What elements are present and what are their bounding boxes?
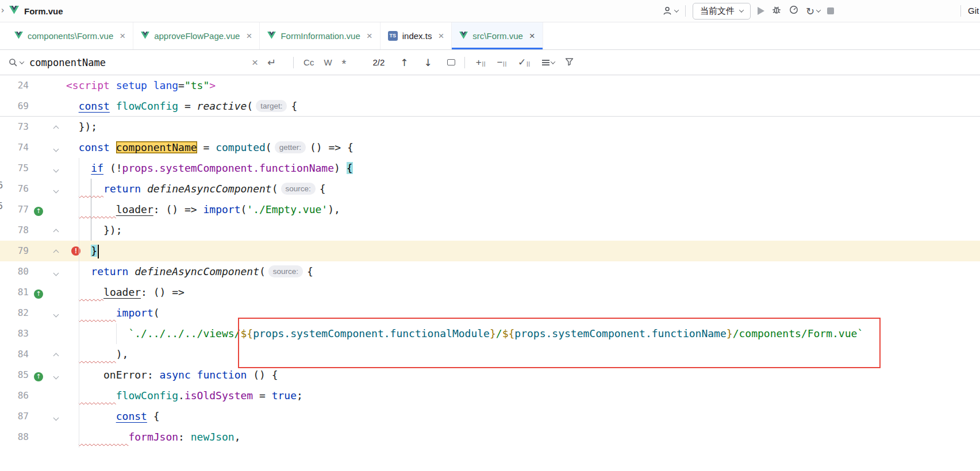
code-line-81[interactable]: 81↑ loader: () =>	[0, 282, 980, 303]
code-editor[interactable]: 24<script setup lang="ts">69 const flowC…	[0, 75, 980, 447]
code-token	[66, 410, 116, 422]
fold-marker[interactable]	[48, 158, 63, 179]
git-menu[interactable]: Git	[968, 6, 979, 16]
gutter-icon-slot	[29, 158, 48, 179]
gutter: 69	[0, 96, 66, 116]
tab-index-ts[interactable]: TS index.ts ×	[381, 22, 452, 49]
line-number[interactable]: 76	[0, 179, 29, 199]
fold-marker[interactable]	[48, 179, 63, 199]
add-occurrence-button[interactable]: +||	[476, 58, 486, 67]
run-config-selector[interactable]: 当前文件	[693, 3, 751, 20]
line-number[interactable]: 85	[0, 365, 29, 385]
fold-marker[interactable]	[48, 303, 63, 323]
fold-marker[interactable]	[48, 261, 63, 282]
code-line-74[interactable]: 74 const componentName = computed(getter…	[0, 137, 980, 158]
line-number[interactable]: 81	[0, 282, 29, 303]
inlay-hint: getter:	[275, 141, 306, 153]
track-occurrences-button[interactable]	[542, 61, 555, 64]
debug-button[interactable]	[771, 5, 782, 17]
implemented-arrow-icon[interactable]: ↑	[34, 289, 43, 299]
search-match[interactable]: componentName	[116, 141, 197, 153]
code-text: const flowConfig = reactive(target:{	[66, 96, 297, 116]
code-line-79[interactable]: 79 }!	[0, 241, 980, 261]
tab-src-form-vue-active[interactable]: src\Form.vue ×	[452, 22, 543, 49]
fold-slot	[48, 75, 63, 96]
close-tab-icon[interactable]: ×	[529, 30, 535, 42]
code-line-24[interactable]: 24<script setup lang="ts">	[0, 75, 980, 96]
minus-icon: −	[497, 58, 502, 67]
profiler-button[interactable]	[789, 5, 799, 17]
close-tab-icon[interactable]: ×	[120, 30, 125, 42]
fold-marker[interactable]	[48, 137, 63, 158]
line-number[interactable]: 83	[0, 323, 29, 344]
remove-occurrence-button[interactable]: −||	[497, 58, 507, 67]
fold-marker[interactable]	[48, 406, 63, 427]
search-input[interactable]: componentName ×	[29, 56, 258, 69]
fold-marker[interactable]	[48, 241, 63, 261]
fold-marker[interactable]	[48, 117, 63, 137]
clear-search-icon[interactable]: ×	[252, 56, 258, 69]
next-match-button[interactable]: ↓	[424, 57, 432, 68]
line-number[interactable]: 75	[0, 158, 29, 179]
warning-squiggle	[79, 348, 116, 360]
code-token: =	[197, 141, 216, 153]
line-number[interactable]: 24	[0, 75, 29, 96]
line-number[interactable]: 73	[0, 117, 29, 137]
fold-marker[interactable]	[48, 220, 63, 241]
line-number[interactable]: 88	[0, 427, 29, 447]
close-tab-icon[interactable]: ×	[246, 30, 252, 42]
rerun-button[interactable]: ↻	[806, 5, 820, 17]
code-line-73[interactable]: 73 });	[0, 117, 980, 137]
run-button[interactable]	[758, 7, 764, 15]
code-line-76[interactable]: 76 return defineAsyncComponent(source:{	[0, 179, 980, 199]
code-token: .	[178, 389, 185, 401]
line-number[interactable]: 79	[0, 241, 29, 261]
line-number[interactable]: 87	[0, 406, 29, 427]
code-token: return	[91, 265, 128, 277]
line-number[interactable]: 86	[0, 385, 29, 406]
code-line-80[interactable]: 80 return defineAsyncComponent(source:{	[0, 261, 980, 282]
fold-marker[interactable]	[48, 365, 63, 385]
line-number[interactable]: 77	[0, 199, 29, 220]
code-token: {	[147, 410, 160, 422]
tab-forminformation-vue[interactable]: FormInformation.vue ×	[260, 22, 380, 49]
newline-button[interactable]: ↵	[267, 56, 276, 68]
code-token: defineAsyncComponent	[147, 183, 272, 195]
fold-slot	[48, 199, 63, 220]
line-number[interactable]: 80	[0, 261, 29, 282]
code-line-77[interactable]: 77↑ loader: () => import('./Empty.vue'),	[0, 199, 980, 220]
implemented-arrow-icon[interactable]: ↑	[34, 207, 43, 216]
code-line-87[interactable]: 87 const {	[0, 406, 980, 427]
whole-words-toggle[interactable]: W	[324, 57, 332, 67]
line-number[interactable]: 74	[0, 137, 29, 158]
code-line-69[interactable]: 69 const flowConfig = reactive(target:{	[0, 96, 980, 117]
line-number[interactable]: 84	[0, 344, 29, 365]
implemented-arrow-icon[interactable]: ↑	[34, 372, 43, 381]
selection-marks-icon: ||	[526, 61, 531, 67]
code-line-78[interactable]: 78 });	[0, 220, 980, 241]
filter-results-button[interactable]	[564, 57, 574, 68]
tab-approveflowpage-vue[interactable]: approveFlowPage.vue ×	[133, 22, 260, 49]
close-tab-icon[interactable]: ×	[438, 30, 444, 42]
regex-toggle[interactable]: *	[342, 57, 347, 71]
fold-marker[interactable]	[48, 344, 63, 365]
code-line-75[interactable]: 75 if (!props.systemComponent.functionNa…	[0, 158, 980, 179]
annotation-red-box	[238, 318, 881, 368]
search-options-button[interactable]	[8, 57, 24, 67]
code-line-88[interactable]: 88 formJson: newJson,	[0, 427, 980, 447]
select-all-occurrences-button[interactable]: ✓||	[518, 58, 531, 67]
line-number[interactable]: 82	[0, 303, 29, 323]
code-token: './Empty.vue'	[247, 203, 328, 215]
line-number[interactable]: 69	[0, 96, 29, 116]
stop-button[interactable]	[827, 7, 834, 14]
tab-components-form-vue[interactable]: components\Form.vue ×	[7, 22, 133, 49]
line-number[interactable]: 78	[0, 220, 29, 241]
open-in-find-window-button[interactable]	[447, 59, 455, 65]
fold-slot	[48, 96, 63, 116]
code-line-86[interactable]: 86 flowConfig.isOldSystem = true;	[0, 385, 980, 406]
match-case-toggle[interactable]: Cc	[303, 57, 314, 67]
code-token: ;	[297, 389, 303, 401]
collaboration-button[interactable]	[662, 6, 678, 16]
close-tab-icon[interactable]: ×	[367, 30, 372, 42]
previous-match-button[interactable]: ↑	[400, 57, 408, 68]
